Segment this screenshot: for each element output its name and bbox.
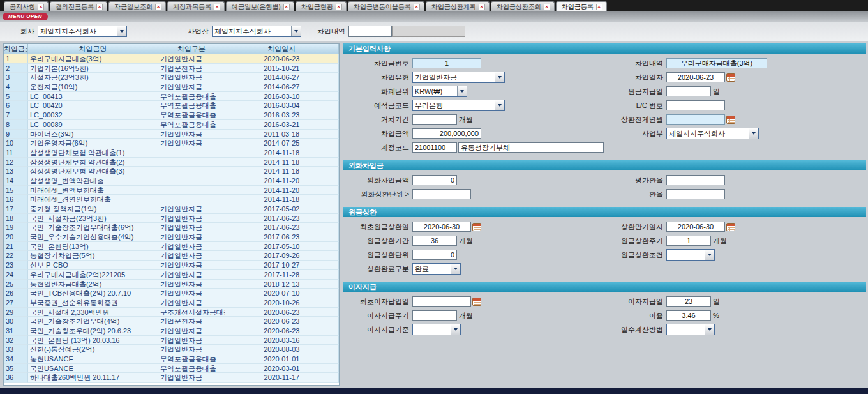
table-row[interactable]: 26 국민_TCB신용대출(2억) 20.7.10 기업일반자금 2020-07… <box>4 289 339 298</box>
first-interest-date-input[interactable] <box>412 296 471 307</box>
account-code-input[interactable] <box>412 142 457 153</box>
repay-cycle-input[interactable] <box>666 236 711 246</box>
table-row[interactable]: 13 삼성생명단체보험 약관대출(3) 2014-11-18 <box>4 167 339 176</box>
tab[interactable]: 결의전표등록 × <box>50 1 107 11</box>
table-row[interactable]: 6 LC_00420 무역포괄금융대출 2016-03-04 <box>4 101 339 110</box>
tab-close-icon[interactable]: × <box>214 4 220 10</box>
table-row[interactable]: 3 시설자금(23억3천) 기업일반자금 2014-06-27 <box>4 73 339 82</box>
interest-pay-day-input[interactable] <box>666 296 711 307</box>
first-repay-date-input[interactable] <box>412 222 471 232</box>
tab[interactable]: 공지사항 × <box>4 1 49 11</box>
lc-no-input[interactable] <box>666 100 725 110</box>
currency-select[interactable]: KRW(₩) <box>412 86 467 97</box>
table-row[interactable]: 15 미래에셋_변액보험대출 2014-11-20 <box>4 186 339 195</box>
interest-basis-select[interactable] <box>412 324 461 335</box>
tab[interactable]: 예금일보(은행별) × <box>226 1 294 11</box>
tab-close-icon[interactable]: × <box>155 4 161 10</box>
menu-open-button[interactable]: MENU OPEN <box>3 13 48 20</box>
fx-amount-input[interactable] <box>412 175 457 185</box>
eval-rate-input[interactable] <box>666 175 725 185</box>
tab-close-icon[interactable]: × <box>414 4 420 10</box>
loan-date-input[interactable] <box>666 72 725 82</box>
grid-header-code[interactable]: 차입금코드 <box>4 44 28 54</box>
tab[interactable]: 자금일보조회 × <box>108 1 166 11</box>
exchange-rate-input[interactable] <box>666 189 725 199</box>
table-row[interactable]: 17 중기청 정책자금(1억) 기업일반자금 2017-05-02 <box>4 204 339 214</box>
table-row[interactable]: 35 국민USANCE 무역포괄금융대출 2020-03-01 <box>4 364 339 374</box>
loan-amount-input[interactable] <box>412 128 481 139</box>
table-row[interactable]: 24 우리구매자금대출(2억)221205 기업일반자금 2017-11-28 <box>4 270 339 280</box>
principal-pay-day-input[interactable] <box>666 86 711 96</box>
table-row[interactable]: 10 기업운영자금(6억) 기업일반자금 2014-07-25 <box>4 139 339 148</box>
loan-desc-filter-input[interactable] <box>348 26 392 37</box>
table-row[interactable]: 2 기업기본(16억5천) 기업운전자금 2015-10-21 <box>4 64 339 73</box>
table-row[interactable]: 8 LC_00089 무역포괄금융대출 2016-03-21 <box>4 120 339 130</box>
grid-header-name[interactable]: 차입금명 <box>28 44 158 54</box>
tab-close-icon[interactable]: × <box>38 4 44 10</box>
repay-condition-select[interactable] <box>666 249 715 261</box>
table-row[interactable]: 34 농협USANCE 무역포괄금융대출 2020-01-01 <box>4 354 339 364</box>
table-row[interactable]: 16 미래에셋_경영인보험대출 2014-11-18 <box>4 195 339 204</box>
tab[interactable]: 계정과목등록 × <box>167 1 225 11</box>
calendar-icon[interactable] <box>472 298 481 306</box>
table-row[interactable]: 18 국민_시설자금(23억3천) 기업일반자금 2017-06-23 <box>4 214 339 224</box>
tab-close-icon[interactable]: × <box>336 4 342 10</box>
table-row[interactable]: 5 LC_00413 무역포괄금융대출 2016-03-10 <box>4 92 339 102</box>
table-row[interactable]: 19 국민_기술창조기업우대대출(6억) 기업일반자금 2017-06-23 <box>4 223 339 232</box>
tab[interactable]: 차입금현황 × <box>296 1 347 11</box>
tab[interactable]: 차입금상환조회 × <box>491 1 555 11</box>
grid-header-type[interactable]: 차입구분 <box>158 44 225 54</box>
interest-cycle-input[interactable] <box>412 310 457 321</box>
table-row[interactable]: 7 LC_00032 무역포괄금융대출 2016-03-23 <box>4 110 339 120</box>
table-row[interactable]: 36 하나대출260백만원 20.11.17 기업일반자금 2020-11-17 <box>4 373 339 383</box>
division-select[interactable]: 제일저지주식회사 <box>666 128 759 139</box>
table-row[interactable]: 31 국민_기술창조우대(2억) 20.6.23 기업일반자금 2020-06-… <box>4 326 339 336</box>
table-row[interactable]: 4 운전자금(10억) 기업일반자금 2014-06-27 <box>4 82 339 92</box>
repay-complete-select[interactable]: 완료 <box>412 263 461 275</box>
interest-rate-input[interactable] <box>666 310 711 321</box>
grace-period-input[interactable] <box>412 114 457 125</box>
tab[interactable]: 차입금등록 × <box>556 1 607 11</box>
table-row[interactable]: 22 농협장기차입금(5억) 기업일반자금 2017-09-26 <box>4 251 339 261</box>
tab-close-icon[interactable]: × <box>544 4 550 10</box>
table-row[interactable]: 14 삼성생명_변액약관대출 2014-11-20 <box>4 176 339 186</box>
table-row[interactable]: 12 삼성생명단체보험 약관대출(2) 2014-11-18 <box>4 158 339 167</box>
tab[interactable]: 차입금상환계획 × <box>426 1 490 11</box>
table-row[interactable]: 25 농협일반자금대출(2억) 기업일반자금 2018-12-13 <box>4 280 339 289</box>
tab-close-icon[interactable]: × <box>283 4 290 10</box>
company-select[interactable]: 제일저지주식회사 <box>38 26 127 37</box>
table-row[interactable]: 27 부국증권_선순위유동화증권 기업일반자금 2020-10-26 <box>4 298 339 308</box>
grid-header-date[interactable]: 차입일자 <box>225 44 339 54</box>
tab-close-icon[interactable]: × <box>596 4 602 10</box>
table-row[interactable]: 11 삼성생명단체보험 약관대출(1) 2014-11-18 <box>4 148 339 158</box>
loan-type-select[interactable]: 기업일반자금 <box>412 72 505 83</box>
calendar-icon[interactable] <box>472 223 481 231</box>
repay-period-input[interactable] <box>412 236 457 246</box>
account-name-input[interactable] <box>458 142 604 153</box>
tab-close-icon[interactable]: × <box>479 4 485 10</box>
repay-unit-input[interactable] <box>412 250 457 260</box>
table-row[interactable]: 23 신보 P-CBO 기업일반자금 2017-10-27 <box>4 261 339 270</box>
chevron-down-icon <box>495 100 504 110</box>
table-row[interactable]: 20 국민_우수기술기업신용대출(4억) 기업일반자금 2017-06-23 <box>4 232 339 242</box>
table-row[interactable]: 32 국민_온렌딩 (13억) 20.03.16 기업일반자금 2020-03-… <box>4 336 339 345</box>
table-row[interactable]: 9 마이너스(3억) 기업일반자금 2011-03-18 <box>4 130 339 139</box>
loan-no-input[interactable] <box>412 58 481 68</box>
site-select[interactable]: 제일저지주식회사 <box>212 26 301 37</box>
fx-repay-unit-input[interactable] <box>412 189 471 199</box>
loan-desc-input[interactable] <box>666 58 767 68</box>
deposit-code-select[interactable]: 우리은행 <box>412 100 505 111</box>
table-row[interactable]: 1 우리구매자금대출(3억) 기업일반자금 2020-06-23 <box>4 54 339 64</box>
tab-close-icon[interactable]: × <box>96 4 103 10</box>
calendar-icon[interactable] <box>726 116 735 124</box>
pre-repay-ym-input[interactable] <box>666 114 725 125</box>
day-count-method-select[interactable] <box>666 324 715 335</box>
table-row[interactable]: 21 국민_온렌딩(13억) 기업일반자금 2017-05-10 <box>4 242 339 252</box>
table-row[interactable]: 29 국민_시설대 2,330백만원 구조개선시설자금대출 2020-06-23 <box>4 308 339 317</box>
tab[interactable]: 차입금변동이율등록 × <box>348 1 424 11</box>
table-row[interactable]: 30 국민_기술창조기업우대(4억) 기업운전자금 2020-06-23 <box>4 317 339 326</box>
table-row[interactable]: 33 신한(-)통장예금(2억) 기업일반자금 2020-08-03 <box>4 345 339 354</box>
maturity-date-input[interactable] <box>666 222 725 232</box>
calendar-icon[interactable] <box>726 223 735 231</box>
calendar-icon[interactable] <box>726 73 735 82</box>
